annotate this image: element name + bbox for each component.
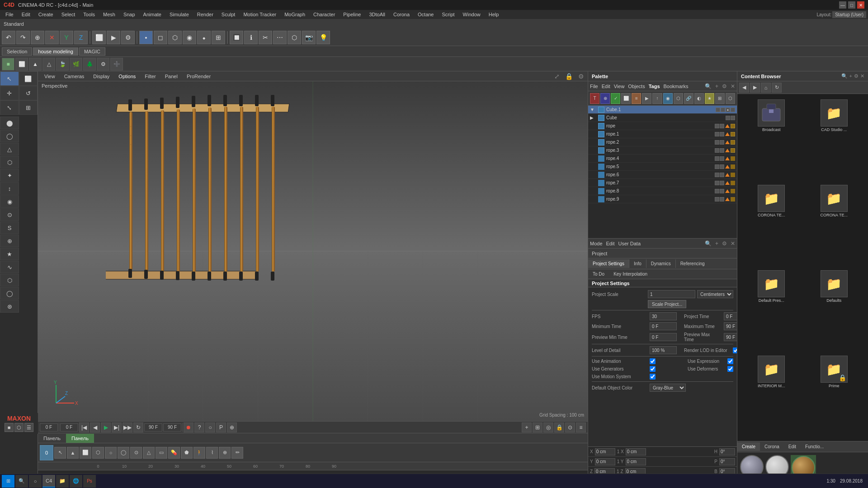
tag-icon-13[interactable]: ⊞ xyxy=(715,93,725,104)
menu-edit[interactable]: Edit xyxy=(18,11,34,18)
end-frame2-input[interactable] xyxy=(163,423,181,432)
tool-vert-12[interactable]: ∿ xyxy=(0,261,19,273)
obj-row-rope3[interactable]: rope.3 xyxy=(588,146,737,155)
tag-icon-12[interactable]: ★ xyxy=(705,93,714,104)
tool-vert-10[interactable]: ⊕ xyxy=(0,235,19,247)
lod-input[interactable] xyxy=(650,346,677,354)
scale-tool[interactable]: Y xyxy=(60,31,73,44)
shape-triangle[interactable]: ▲ xyxy=(67,447,79,459)
next-frame-btn[interactable]: ▶| xyxy=(112,422,122,432)
cb-forward-icon[interactable]: ▶ xyxy=(750,83,760,93)
palette-close-icon[interactable]: ✕ xyxy=(731,83,735,89)
dot-1[interactable] xyxy=(716,108,720,112)
g1[interactable] xyxy=(715,164,719,169)
dot-r2[interactable] xyxy=(720,124,724,128)
cb-refresh-icon[interactable]: ↻ xyxy=(772,83,782,93)
tag-icon-9[interactable]: ⬡ xyxy=(674,93,683,104)
obj-row-rope6[interactable]: rope.6 xyxy=(588,171,737,179)
palette-add-icon[interactable]: + xyxy=(715,83,718,89)
use-gen-check[interactable] xyxy=(650,366,656,372)
maximize-button[interactable]: □ xyxy=(848,1,855,9)
icon-leaf[interactable]: 🍃 xyxy=(56,58,69,70)
maxon-btn-3[interactable]: ☰ xyxy=(24,423,33,432)
j3[interactable] xyxy=(731,189,735,193)
shape-cylinder[interactable]: ⬡ xyxy=(92,447,104,459)
tag-icon-6[interactable]: ▶ xyxy=(642,93,651,104)
props-userdata[interactable]: User Data xyxy=(618,241,641,246)
vp-lock-icon[interactable]: 🔒 xyxy=(565,73,573,80)
titlebar-controls[interactable]: — □ ✕ xyxy=(839,1,864,9)
dot-4[interactable] xyxy=(731,108,735,112)
panel-tab-1[interactable]: Панель xyxy=(38,434,66,443)
mat-tab-create[interactable]: Create xyxy=(737,442,760,451)
minimize-button[interactable]: — xyxy=(839,1,846,9)
tool-vert-8[interactable]: ⊙ xyxy=(0,208,19,221)
k1[interactable] xyxy=(715,197,719,202)
undo-button[interactable]: ↶ xyxy=(2,31,15,44)
anim-btn[interactable]: ○ xyxy=(205,422,215,432)
menu-sculpt[interactable]: Sculpt xyxy=(218,11,239,18)
render-lod-check[interactable] xyxy=(733,347,737,353)
k2[interactable] xyxy=(720,197,724,202)
start-frame-input[interactable] xyxy=(60,423,78,432)
obj-row-rope5[interactable]: rope.5 xyxy=(588,163,737,171)
icon-box[interactable]: ⬜ xyxy=(15,58,28,70)
select-rect-btn[interactable]: ⬜ xyxy=(19,71,38,86)
menu-window[interactable]: Window xyxy=(459,11,484,18)
vp-filter[interactable]: Filter xyxy=(142,73,158,80)
d1[interactable] xyxy=(715,140,719,145)
current-frame-input[interactable] xyxy=(40,423,58,432)
palette-menu-edit[interactable]: Edit xyxy=(602,84,610,89)
props-close-icon[interactable]: ✕ xyxy=(731,240,735,247)
loop-btn[interactable]: ↻ xyxy=(133,422,143,432)
move-btn[interactable]: ✛ xyxy=(0,86,19,100)
dot-c1[interactable] xyxy=(726,116,730,120)
h-input[interactable] xyxy=(719,448,735,455)
camera-tool[interactable]: 📷 xyxy=(302,31,316,44)
lock2-btn[interactable]: 🔒 xyxy=(554,422,564,432)
tool-vert-11[interactable]: ★ xyxy=(0,248,19,260)
e1[interactable] xyxy=(715,148,719,153)
shape-pencil[interactable]: ✏ xyxy=(231,447,243,459)
i2[interactable] xyxy=(720,181,724,185)
object-mode[interactable]: ◉ xyxy=(183,31,196,44)
vp-view[interactable]: View xyxy=(42,73,58,80)
cb-home-icon[interactable]: ⌂ xyxy=(761,83,771,93)
menu-create[interactable]: Create xyxy=(35,11,57,18)
f2[interactable] xyxy=(720,156,724,161)
paint-tool[interactable]: ⬡ xyxy=(288,31,301,44)
cb-back-icon[interactable]: ◀ xyxy=(739,83,749,93)
tool-vert-15[interactable]: ⊛ xyxy=(0,300,19,313)
layout-selector[interactable]: Startup (User) xyxy=(832,11,866,18)
menu-corona[interactable]: Corona xyxy=(390,11,413,18)
tool-vert-7[interactable]: ◉ xyxy=(0,195,19,208)
fps-input[interactable] xyxy=(650,312,677,320)
shape-capsule[interactable]: 💊 xyxy=(168,447,180,459)
transform-btn[interactable]: ⊞ xyxy=(19,100,38,115)
shape-cube[interactable]: ⬜ xyxy=(80,447,91,459)
render-settings[interactable]: ⚙ xyxy=(121,31,135,44)
vp-fit-icon[interactable]: ⤢ xyxy=(554,73,560,80)
obj-row-rope1[interactable]: rope.1 xyxy=(588,130,737,138)
shape-circle[interactable]: ◯ xyxy=(118,447,129,459)
prop-scale-input[interactable] xyxy=(648,290,695,298)
taskbar-search[interactable]: 🔍 xyxy=(15,475,28,488)
play-start-btn[interactable]: |◀ xyxy=(79,422,89,432)
max-time-input[interactable] xyxy=(724,322,737,330)
play-btn[interactable]: ▶ xyxy=(101,422,111,432)
mat-tab-functio[interactable]: Functio... xyxy=(801,442,828,451)
dot-r3[interactable] xyxy=(731,124,735,128)
tag-icon-1[interactable]: T xyxy=(590,93,599,104)
redo-button[interactable]: ↷ xyxy=(16,31,30,44)
polys-mode[interactable]: ⬡ xyxy=(168,31,182,44)
iy-input[interactable] xyxy=(626,458,646,465)
menu-simulate[interactable]: Simulate xyxy=(166,11,193,18)
dot-2[interactable] xyxy=(721,108,725,112)
e3[interactable] xyxy=(731,148,735,153)
anim2-btn[interactable]: ◎ xyxy=(543,422,553,432)
j1[interactable] xyxy=(715,189,719,193)
cb-settings-icon[interactable]: ⚙ xyxy=(854,73,859,79)
points-mode[interactable]: ▪ xyxy=(139,31,153,44)
record-btn[interactable]: ⏺ xyxy=(184,422,193,432)
tag-icon-14[interactable]: ⬡ xyxy=(726,93,735,104)
